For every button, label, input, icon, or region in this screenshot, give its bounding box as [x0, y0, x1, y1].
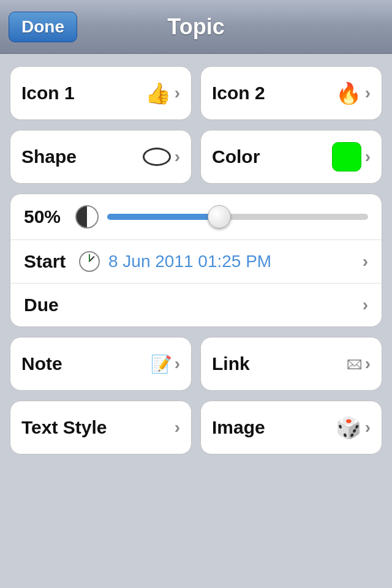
icon2-emoji: 🔥: [336, 81, 361, 105]
start-chevron: ›: [363, 252, 368, 271]
half-circle-icon: [75, 205, 99, 228]
text-style-button[interactable]: Text Style ›: [10, 401, 192, 454]
color-button[interactable]: Color ›: [200, 130, 382, 184]
note-link-row: Note 📝 › Link 🖂 ›: [10, 337, 382, 391]
card-section: 50% Start 8 Jun 2011 01:25 PM › Due ›: [10, 194, 382, 327]
link-label: Link: [212, 353, 347, 374]
start-date: 8 Jun 2011 01:25 PM: [108, 252, 363, 271]
link-button[interactable]: Link 🖂 ›: [200, 337, 382, 391]
image-button[interactable]: Image 🎲 ›: [200, 401, 382, 454]
content-area: Icon 1 👍 › Icon 2 🔥 › Shape › Color › 50…: [0, 54, 392, 467]
icon2-chevron: ›: [365, 83, 371, 103]
text-style-label: Text Style: [21, 417, 175, 438]
done-button[interactable]: Done: [9, 12, 77, 42]
color-chevron: ›: [365, 147, 371, 167]
note-icon: 📝: [151, 354, 172, 374]
color-swatch: [332, 142, 361, 172]
icon1-emoji: 👍: [145, 81, 171, 105]
dice-icon: 🎲: [336, 415, 361, 440]
icon1-chevron: ›: [175, 83, 180, 103]
slider-percent-label: 50%: [24, 206, 67, 227]
due-chevron: ›: [363, 295, 368, 315]
shape-button[interactable]: Shape ›: [10, 130, 192, 184]
link-chevron: ›: [365, 354, 371, 374]
slider-container[interactable]: [107, 208, 368, 226]
due-label: Due: [24, 295, 363, 315]
shape-label: Shape: [21, 146, 143, 167]
link-icon: 🖂: [347, 355, 363, 374]
note-button[interactable]: Note 📝 ›: [10, 337, 192, 391]
navigation-bar: Done Topic: [0, 0, 392, 54]
image-label: Image: [212, 417, 336, 438]
note-chevron: ›: [175, 354, 180, 374]
shape-chevron: ›: [175, 147, 180, 167]
slider-thumb[interactable]: [208, 205, 231, 228]
image-chevron: ›: [365, 418, 371, 437]
slider-row: 50%: [10, 194, 382, 240]
due-row[interactable]: Due ›: [10, 284, 382, 326]
text-style-chevron: ›: [175, 418, 180, 437]
shape-color-row: Shape › Color ›: [10, 130, 382, 184]
slider-track: [107, 214, 368, 220]
note-label: Note: [21, 353, 151, 374]
icon1-button[interactable]: Icon 1 👍 ›: [10, 66, 192, 120]
textstyle-image-row: Text Style › Image 🎲 ›: [10, 401, 382, 454]
color-label: Color: [212, 146, 332, 167]
start-label: Start: [24, 251, 79, 272]
icon-row: Icon 1 👍 › Icon 2 🔥 ›: [10, 66, 382, 120]
clock-icon: [79, 251, 100, 272]
page-title: Topic: [167, 14, 224, 40]
icon1-label: Icon 1: [21, 83, 145, 104]
icon2-button[interactable]: Icon 2 🔥 ›: [200, 66, 382, 120]
shape-oval-icon: [143, 148, 171, 166]
icon2-label: Icon 2: [212, 83, 336, 104]
start-row[interactable]: Start 8 Jun 2011 01:25 PM ›: [10, 240, 382, 284]
